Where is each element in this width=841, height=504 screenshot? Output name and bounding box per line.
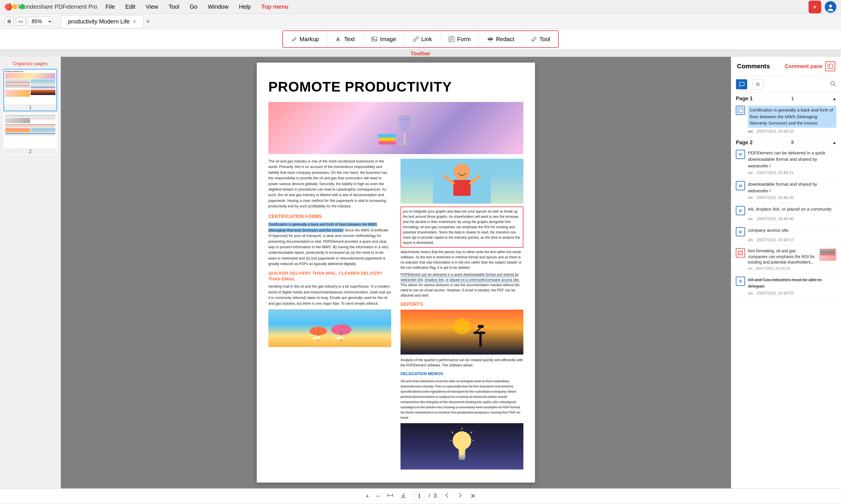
pdf-intro-text: The oil and gas industry is one of the m… (268, 159, 391, 209)
comment-bubble-tool[interactable] (736, 79, 748, 90)
comment-ws-icon (736, 106, 745, 115)
close-button[interactable] (5, 4, 10, 9)
zoom-out-button[interactable]: − (376, 492, 380, 500)
menu-window[interactable]: Window (206, 3, 231, 10)
comment-text-4: ink, dropbox link, or placed on a commun… (748, 206, 836, 213)
add-tab-button[interactable]: + (146, 17, 150, 25)
menu-file[interactable]: File (103, 3, 117, 10)
download-button[interactable] (400, 492, 407, 500)
image-button[interactable]: Image (363, 31, 405, 47)
menu-tool[interactable]: Tool (167, 3, 182, 10)
document-tab[interactable]: productivity Modern Life ✕ (61, 15, 143, 28)
comment-item-with-thumb: font formatting, oil and gas companies c… (731, 245, 841, 274)
page-thumb-2[interactable]: 2 (3, 113, 57, 155)
menu-help[interactable]: Help (236, 3, 253, 10)
comments-header: Comments Comment pane (731, 57, 841, 76)
svg-rect-44 (459, 457, 465, 460)
tool-label: Tool (540, 36, 550, 42)
menu-view[interactable]: View (143, 3, 160, 10)
app-name: Wondershare PDFelement Pro (18, 3, 98, 10)
comment-strikethrough-icon-3: U (736, 206, 745, 215)
link-button[interactable]: Link (405, 31, 440, 47)
pdf-delivery-underline: PDFElement can be delivered in a quick d… (401, 273, 520, 282)
beach-image (268, 309, 391, 347)
attachments-text: attachments means that the person has to… (401, 249, 523, 270)
toolbar-buttons: Markup A Text Image Link Form Redact Too… (282, 31, 559, 48)
menu-top[interactable]: Top menu (259, 3, 291, 10)
comment-pane-label: Comment pane (785, 64, 822, 70)
pdf-left-column: The oil and gas industry is one of the m… (268, 159, 391, 472)
text-button[interactable]: A Text (327, 31, 363, 47)
svg-rect-41 (478, 325, 484, 328)
comment-meta-4: ws 29/07/2021 19:48:40 (736, 216, 836, 221)
page-number-input[interactable] (414, 492, 425, 500)
image-label: Image (380, 36, 396, 42)
comment-strikethrough-icon-5: S (736, 276, 745, 286)
next-page-button[interactable] (457, 492, 463, 500)
page1-collapse[interactable]: ▲ (832, 96, 836, 101)
list-view-button[interactable]: ▭ (16, 17, 25, 25)
comment-search-button[interactable] (830, 80, 836, 88)
comment-strikethrough-icon-1: U (736, 150, 745, 159)
menu-edit[interactable]: Edit (123, 3, 137, 10)
fit-width-button[interactable] (387, 492, 393, 500)
comment-item: U ink, dropbox link, or placed on a comm… (731, 203, 841, 224)
comment-meta-2: ws 29/07/2021 19:48:31 (736, 170, 836, 175)
comment-list-tool[interactable] (752, 79, 764, 90)
maximize-button[interactable] (20, 4, 25, 9)
minimize-button[interactable] (12, 4, 17, 9)
red-box-content: you to integrate your graphs and data in… (403, 209, 521, 245)
page-thumb-1[interactable]: PROMOTE PRODUCTIVITY (3, 69, 57, 111)
page2-label: Page 2 (736, 140, 753, 146)
tool-button[interactable]: Tool (523, 31, 558, 47)
certification-rest: Since the MWS (Certificate of Approval) … (268, 228, 388, 266)
page1-count: 1 (791, 96, 794, 102)
zoom-select[interactable]: 85% 100% 75% (28, 17, 52, 26)
comment-item: U downloadable format and shared by wetr… (731, 178, 841, 203)
menu-go[interactable]: Go (188, 3, 200, 10)
tab-close-icon[interactable]: ✕ (133, 19, 136, 24)
svg-text:A: A (336, 36, 340, 42)
comments-tools (731, 76, 841, 93)
prev-page-button[interactable] (444, 492, 450, 500)
toolbar-label: Toolbar (411, 50, 430, 57)
page1-label: Page 1 (736, 95, 753, 102)
sunset-image (401, 310, 523, 355)
zoom-in-button[interactable]: + (365, 492, 369, 500)
page-separator: / (428, 492, 430, 499)
page2-section-header: Page 2 8 ▲ (731, 137, 841, 147)
app-logo: P (808, 1, 821, 13)
delegation-text: Oil and Gas industries must be able to d… (401, 379, 523, 420)
comments-pane: Comments Comment pane Page 1 1 ▲ (731, 57, 841, 488)
user-avatar[interactable] (825, 1, 836, 13)
grid-view-button[interactable]: ⊞ (5, 17, 14, 25)
man-laughing-image (401, 159, 523, 204)
comment-pane-toggle[interactable] (825, 61, 835, 71)
comment-text-6: Oil and Gas industries must be able to d… (748, 276, 836, 290)
quicker-heading: QUICKER DELIVERY THAN MAIL, CLEARER DELI… (268, 270, 391, 282)
close-document-button[interactable]: ✕ (470, 492, 476, 500)
svg-rect-58 (738, 251, 743, 255)
organize-label: Organize pages (0, 60, 60, 67)
link-icon (413, 36, 419, 42)
redact-button[interactable]: Redact (479, 31, 523, 47)
link-label: Link (421, 36, 432, 42)
comment-user-1: ws (748, 129, 753, 133)
image-icon (371, 36, 378, 42)
markup-button[interactable]: Markup (283, 31, 328, 47)
comment-item: S Oil and Gas industries must be able to… (731, 274, 841, 299)
comments-list: Page 1 1 ▲ Certification is generally a … (731, 93, 841, 488)
comment-thumbnail (819, 248, 836, 261)
lightbulb-image (401, 423, 523, 470)
comment-timestamp-1: 29/07/2021 19:48:20 (756, 129, 793, 133)
comment-meta-6: ws 29/07/2021 19:49:55 (736, 291, 836, 295)
form-button[interactable]: Form (440, 31, 479, 47)
page2-collapse[interactable]: ▲ (832, 140, 836, 145)
delegation-heading: DELEGATION MEMOS (401, 371, 523, 377)
form-icon (448, 36, 455, 42)
svg-point-3 (829, 5, 832, 7)
pdf-banner (268, 102, 523, 154)
svg-rect-7 (372, 37, 377, 41)
certification-heading: CERTIFICATION FORMS (268, 213, 391, 220)
comment-strikethrough-icon-2: U (736, 181, 745, 190)
